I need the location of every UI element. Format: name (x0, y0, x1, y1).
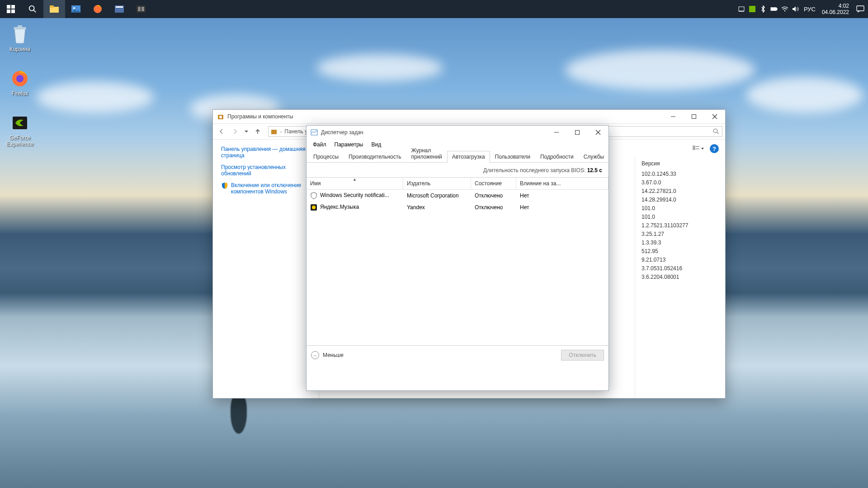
version-row[interactable]: 14.28.29914.0 (642, 196, 725, 204)
version-row[interactable]: 3.25.1.27 (642, 230, 725, 239)
view-options-button[interactable] (691, 143, 706, 154)
taskbar-left (0, 0, 152, 18)
programs-search-input[interactable] (605, 126, 722, 137)
table-row[interactable]: Яндекс.МузыкаYandexОтключеноНет (307, 202, 609, 213)
versions-header[interactable]: Версия (642, 160, 725, 168)
notifications-button[interactable] (853, 0, 868, 18)
taskbar-photos[interactable] (65, 0, 87, 18)
tab-processes[interactable]: Процессы (308, 151, 344, 163)
nav-history-button[interactable] (243, 126, 250, 137)
versions-panel: Версия 102.0.1245.333.67.0.014.22.27821.… (635, 157, 725, 398)
tab-details[interactable]: Подробности (535, 151, 579, 163)
svg-rect-16 (739, 7, 744, 11)
tray-nvidia-icon[interactable] (747, 0, 758, 18)
svg-rect-14 (138, 7, 141, 11)
menu-options[interactable]: Параметры (331, 140, 367, 149)
cloud (36, 81, 154, 113)
taskbar-app-1[interactable] (108, 0, 130, 18)
tab-users[interactable]: Пользователи (490, 151, 535, 163)
tray-volume-icon[interactable] (790, 0, 801, 18)
svg-rect-20 (776, 8, 777, 10)
task-manager-footer: ︿ Меньше Отключить (307, 345, 609, 364)
tab-startup[interactable]: Автозагрузка (447, 151, 490, 163)
col-impact[interactable]: Влияние на за... (516, 178, 609, 189)
svg-line-37 (717, 132, 719, 134)
version-row[interactable]: 14.22.27821.0 (642, 187, 725, 196)
taskbar: РУС 4:02 04.06.2022 (0, 0, 868, 18)
programs-titlebar[interactable]: Программы и компоненты (213, 110, 725, 123)
start-button[interactable] (0, 0, 22, 18)
version-row[interactable]: 1.3.39.3 (642, 239, 725, 247)
version-row[interactable]: 3.6.2204.08001 (642, 273, 725, 282)
taskbar-app-2[interactable] (130, 0, 152, 18)
menu-file[interactable]: Файл (309, 140, 330, 149)
taskbar-firefox[interactable] (87, 0, 108, 18)
svg-rect-2 (7, 9, 10, 13)
svg-rect-18 (749, 6, 755, 12)
tray-language[interactable]: РУС (801, 0, 818, 18)
row-status: Отключено (471, 190, 516, 201)
recycle-bin-icon (10, 24, 30, 44)
taskbar-explorer[interactable] (43, 0, 65, 18)
nav-back-button[interactable] (216, 126, 227, 137)
startup-table: ▲ Имя Издатель Состояние Влияние на за..… (307, 177, 609, 345)
tray-battery-icon[interactable] (769, 0, 779, 18)
maximize-button[interactable] (567, 126, 588, 139)
fewer-details-button[interactable]: ︿ Меньше (311, 351, 344, 359)
nav-up-button[interactable] (252, 126, 264, 137)
svg-point-30 (219, 116, 222, 118)
version-row[interactable]: 3.7.0531.052416 (642, 264, 725, 273)
row-name: Яндекс.Музыка (320, 204, 359, 210)
version-row[interactable]: 101.0 (642, 204, 725, 213)
version-row[interactable]: 9.21.0713 (642, 256, 725, 264)
col-publisher[interactable]: Издатель (403, 178, 471, 189)
svg-rect-15 (142, 7, 144, 11)
svg-rect-23 (857, 6, 864, 11)
close-button[interactable] (588, 126, 609, 139)
version-row[interactable]: 3.67.0.0 (642, 178, 725, 187)
programs-sidebar: Панель управления — домашняя страница Пр… (213, 140, 319, 398)
svg-line-5 (34, 10, 36, 13)
sidebar-view-updates[interactable]: Просмотр установленных обновлений (221, 164, 314, 177)
desktop-icon-label: Корзина (1, 46, 39, 52)
nav-forward-button[interactable] (229, 126, 241, 137)
maximize-button[interactable] (684, 110, 704, 123)
svg-point-27 (16, 75, 24, 82)
desktop-icon-geforce[interactable]: GeForce Experience (1, 113, 39, 147)
tab-services[interactable]: Службы (579, 151, 609, 163)
tray-show-desktop-icon[interactable] (736, 0, 747, 18)
desktop-icon-recycle-bin[interactable]: Корзина (1, 24, 39, 52)
svg-rect-39 (693, 148, 695, 150)
help-button[interactable]: ? (710, 144, 719, 153)
taskbar-clock[interactable]: 4:02 04.06.2022 (818, 3, 853, 15)
version-row[interactable]: 101.0 (642, 213, 725, 221)
version-row[interactable]: 512.95 (642, 247, 725, 256)
cloud (746, 77, 863, 113)
minimize-button[interactable] (663, 110, 684, 123)
tray-wifi-icon[interactable] (779, 0, 790, 18)
menu-view[interactable]: Вид (368, 140, 385, 149)
clock-time: 4:02 (822, 3, 849, 9)
desktop-icon-firefox[interactable]: Firefox (1, 69, 39, 97)
search-button[interactable] (22, 0, 43, 18)
version-row[interactable]: 102.0.1245.33 (642, 170, 725, 178)
row-status: Отключено (471, 202, 516, 213)
task-manager-titlebar[interactable]: Диспетчер задач (307, 126, 609, 139)
col-name[interactable]: ▲ Имя (307, 178, 403, 189)
sort-asc-icon: ▲ (353, 177, 357, 182)
sidebar-control-panel-home[interactable]: Панель управления — домашняя страница (221, 146, 314, 159)
version-row[interactable]: 1.2.7521.31103277 (642, 221, 725, 230)
tray-bluetooth-icon[interactable] (758, 0, 769, 18)
col-status[interactable]: Состояние (471, 178, 516, 189)
disable-button[interactable]: Отключить (561, 350, 604, 361)
desktop-icon-label: Firefox (1, 90, 39, 97)
row-publisher: Microsoft Corporation (403, 190, 471, 201)
chevron-right-icon: › (280, 129, 282, 134)
close-button[interactable] (704, 110, 725, 123)
minimize-button[interactable] (546, 126, 567, 139)
tab-app-history[interactable]: Журнал приложений (406, 145, 447, 163)
table-row[interactable]: Windows Security notificati...Microsoft … (307, 190, 609, 202)
svg-rect-35 (271, 130, 277, 134)
tab-performance[interactable]: Производительность (344, 151, 406, 163)
sidebar-windows-features[interactable]: Включение или отключение компонентов Win… (231, 182, 314, 195)
